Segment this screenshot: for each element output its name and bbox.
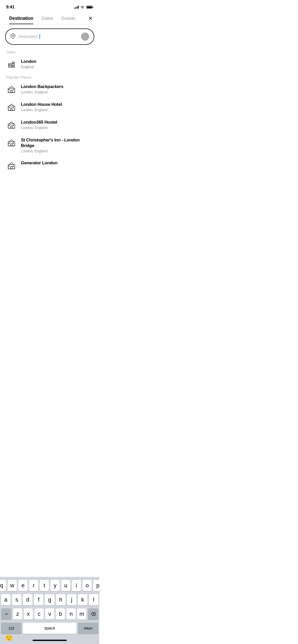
list-item[interactable]: London Backpackers London, England xyxy=(0,80,99,98)
place-name: London House Hotel xyxy=(21,102,62,107)
cities-section-label: Cities xyxy=(0,48,99,55)
place-info: St Christopher's Inn - London Bridge Lon… xyxy=(21,137,93,153)
svg-rect-30 xyxy=(11,144,12,146)
svg-rect-6 xyxy=(13,65,13,66)
place-info: London House Hotel London, England xyxy=(21,102,62,112)
svg-rect-5 xyxy=(13,63,13,64)
place-info: London Backpackers London, England xyxy=(21,84,63,94)
place-sub: London, England xyxy=(21,149,93,153)
list-item[interactable]: London House Hotel London, England xyxy=(0,98,99,116)
battery-icon xyxy=(86,6,93,9)
hotel-icon xyxy=(6,137,17,148)
place-sub: England xyxy=(21,65,36,69)
search-input[interactable]: Destination xyxy=(18,34,78,39)
place-sub: London, England xyxy=(21,108,62,112)
search-container: Destination xyxy=(0,24,99,48)
pin-icon xyxy=(10,33,16,40)
hotel-icon xyxy=(6,120,17,130)
list-item[interactable]: St Christopher's Inn - London Bridge Lon… xyxy=(0,134,99,157)
city-icon xyxy=(6,59,17,69)
place-name: London Backpackers xyxy=(21,84,63,90)
svg-rect-37 xyxy=(11,167,12,169)
place-name: St Christopher's Inn - London Bridge xyxy=(21,137,93,149)
place-sub: London, England xyxy=(21,126,57,130)
status-time: 9:41 xyxy=(6,5,15,10)
hotel-icon xyxy=(6,160,17,171)
tab-destination[interactable]: Destination xyxy=(5,14,37,24)
mic-button[interactable] xyxy=(81,33,89,41)
place-name: London365 Hostel xyxy=(21,120,57,125)
search-placeholder: Destination xyxy=(18,34,38,39)
place-name: Generator London xyxy=(21,160,57,166)
svg-rect-23 xyxy=(11,126,12,128)
svg-rect-2 xyxy=(12,62,15,67)
search-box[interactable]: Destination xyxy=(5,28,94,45)
tab-guests[interactable]: Guests xyxy=(57,14,79,24)
status-bar: 9:41 xyxy=(0,0,99,12)
tab-bar: Destination Dates Guests ✕ xyxy=(0,12,99,24)
status-icons xyxy=(74,6,93,9)
hotel-icon xyxy=(6,102,17,112)
place-info: London365 Hostel London, England xyxy=(21,120,57,130)
svg-point-0 xyxy=(12,35,14,36)
svg-rect-1 xyxy=(8,64,11,67)
place-name: London xyxy=(21,59,36,64)
place-sub: London, England xyxy=(21,90,63,94)
tab-dates[interactable]: Dates xyxy=(37,14,57,24)
svg-rect-4 xyxy=(9,65,10,66)
place-info: Generator London xyxy=(21,160,57,166)
text-cursor xyxy=(39,34,40,39)
place-info: London England xyxy=(21,59,36,69)
svg-rect-9 xyxy=(11,90,12,93)
close-button[interactable]: ✕ xyxy=(87,14,94,22)
popular-places-section-label: Popular Places xyxy=(0,73,99,80)
hotel-icon xyxy=(6,84,17,95)
list-item[interactable]: London365 Hostel London, England xyxy=(0,116,99,134)
list-item[interactable]: London England xyxy=(0,55,99,73)
list-item[interactable]: Generator London xyxy=(0,157,99,174)
wifi-icon xyxy=(80,6,85,9)
signal-icon xyxy=(74,6,79,9)
svg-rect-16 xyxy=(11,108,12,110)
